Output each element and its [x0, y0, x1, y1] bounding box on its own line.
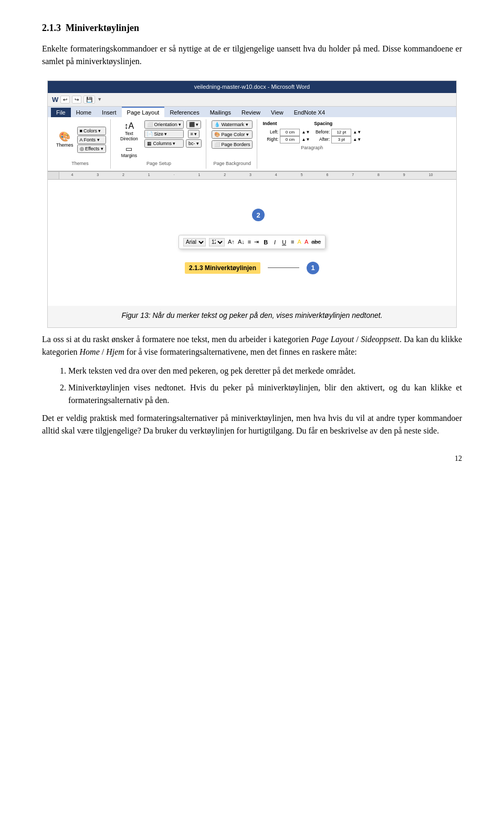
top-bar-icons: W ↩ ↪ 💾 ▼: [48, 93, 456, 107]
page-color-button[interactable]: 🎨 Page Color ▾: [212, 130, 253, 139]
ribbon-body: 🎨 Themes ■ Colors ▾ A Fonts ▾ ◎ Effects …: [48, 117, 456, 171]
page-bg-buttons: 💧 Watermark ▾ 🎨 Page Color ▾ ⬜ Page Bord…: [212, 120, 253, 159]
page-borders-button[interactable]: ⬜ Page Borders: [212, 140, 253, 149]
orient-size-cols: ⬜ Orientation ▾ 📄 Size ▾ ▦ Columns ▾: [144, 120, 184, 148]
paragraph-3: Det er veldig praktisk med formateringsa…: [42, 412, 462, 437]
fonts-button[interactable]: A Fonts ▾: [77, 136, 106, 144]
page-setup-group-label: Page Setup: [146, 160, 171, 168]
themes-icon: 🎨: [59, 132, 70, 142]
section-label-area: 2.1.3 Miniverktøylinjen 1: [185, 262, 319, 274]
paragraph-group-label: Paragraph: [301, 145, 323, 152]
p2-italic2: Sideoppsett: [361, 335, 400, 344]
tab-file[interactable]: File: [51, 108, 71, 117]
colors-button[interactable]: ■ Colors ▾: [77, 127, 106, 135]
p2-suffix2: for å vise formateringsalternativene, me…: [124, 347, 357, 356]
spacing-after-row: After: ▲▼: [314, 136, 361, 143]
align-icon: ≡: [248, 238, 251, 246]
text-direction-button[interactable]: ↕A TextDirection: [116, 120, 142, 142]
themes-label: Themes: [56, 142, 74, 148]
indent-label: Indent: [262, 120, 310, 128]
section-heading: 2.1.3 Miniverktøylinjen: [42, 21, 462, 35]
undo-button[interactable]: ↩: [60, 96, 70, 104]
grow-icon: A↑: [228, 238, 235, 246]
callout-2: 2: [252, 209, 265, 221]
left-margin-indicator: [48, 172, 59, 179]
margins-icon: ▭: [125, 145, 132, 153]
p2-italic3: Home: [80, 347, 100, 356]
hyphenation-button[interactable]: bc- ▾: [186, 139, 202, 148]
figure-caption: Figur 13: Når du merker tekst og peker p…: [48, 306, 456, 327]
columns-button[interactable]: ▦ Columns ▾: [144, 139, 184, 148]
save-button[interactable]: 💾: [83, 96, 95, 104]
shrink-icon: A↓: [238, 238, 245, 246]
highlight-icon: A: [298, 238, 301, 246]
themes-group-label: Themes: [71, 160, 89, 168]
spacing-after-label: After:: [314, 136, 330, 143]
customize-label: ▼: [97, 96, 102, 104]
line-numbers-button[interactable]: ≡ ▾: [188, 130, 200, 138]
indent-section: Indent Left: ▲▼ Right: ▲▼: [262, 120, 310, 143]
ruler-numbers: 4321· 12345 678910: [48, 172, 456, 178]
spacing-after-input[interactable]: [331, 136, 351, 143]
watermark-button[interactable]: 💧 Watermark ▾: [212, 120, 253, 129]
underline-button[interactable]: U: [280, 239, 288, 246]
font-size-selector[interactable]: 12: [209, 238, 225, 246]
mini-toolbar-wrapper: Arial 12 A↑ A↓ ≡ ⇥ B I U ≡ A A abc: [178, 235, 326, 249]
tab-home[interactable]: Home: [71, 108, 97, 117]
spacing-after-spinner[interactable]: ▲▼: [353, 137, 361, 143]
figure-container: veiledning-master-w10.docx - Microsoft W…: [47, 80, 457, 328]
indent-left-input[interactable]: [280, 129, 300, 136]
indent-right-input[interactable]: [280, 136, 300, 143]
themes-button[interactable]: 🎨 Themes: [54, 131, 76, 149]
tab-references[interactable]: References: [164, 108, 204, 117]
tab-mailings[interactable]: Mailings: [205, 108, 236, 117]
spacing-before-spinner[interactable]: ▲▼: [353, 129, 361, 136]
p2-sep2: /: [100, 347, 106, 356]
indent-right-row: Right: ▲▼: [262, 136, 310, 143]
italic-button[interactable]: I: [272, 239, 277, 246]
tab-page-layout[interactable]: Page Layout: [122, 107, 165, 117]
text-direction-icon: ↕A: [124, 121, 134, 131]
indent-left-label: Left:: [262, 129, 278, 136]
page-background-group-label: Page Background: [213, 160, 251, 168]
spacing-before-row: Before: ▲▼: [314, 129, 361, 136]
breaks-button[interactable]: ⬛ ▾: [186, 120, 202, 129]
page-number: 12: [42, 453, 462, 464]
spacing-before-label: Before:: [314, 129, 330, 136]
tab-view[interactable]: View: [266, 108, 289, 117]
spacing-label: Spacing: [314, 120, 361, 128]
indent-left-spinner[interactable]: ▲▼: [301, 129, 310, 136]
effects-button[interactable]: ◎ Effects ▾: [77, 145, 106, 153]
tab-endnote[interactable]: EndNote X4: [289, 108, 330, 117]
center-icon: ≡: [291, 238, 294, 246]
tab-insert[interactable]: Insert: [97, 108, 122, 117]
mini-toolbar: Arial 12 A↑ A↓ ≡ ⇥ B I U ≡ A A abc: [178, 235, 326, 249]
tab-review[interactable]: Review: [236, 108, 266, 117]
margins-button[interactable]: ▭ Margins: [116, 143, 142, 159]
size-button[interactable]: 📄 Size ▾: [144, 130, 184, 138]
section-label: 2.1.3 Miniverktøylinjen: [185, 262, 260, 274]
page-background-group: 💧 Watermark ▾ 🎨 Page Color ▾ ⬜ Page Bord…: [209, 119, 258, 169]
ribbon-tabs: File Home Insert Page Layout References …: [48, 107, 456, 117]
text-dir-margins: ↕A TextDirection ▭ Margins: [116, 120, 142, 159]
spacing-before-input[interactable]: [331, 129, 351, 136]
indent-right-spinner[interactable]: ▲▼: [301, 137, 310, 143]
indent-left-row: Left: ▲▼: [262, 129, 310, 136]
breaks-etc: ⬛ ▾ ≡ ▾ bc- ▾: [186, 120, 202, 148]
redo-button[interactable]: ↪: [72, 96, 81, 104]
bold-button[interactable]: B: [262, 239, 269, 246]
font-selector[interactable]: Arial: [183, 238, 206, 246]
callout-connector-line: [268, 267, 299, 268]
ruler: 4321· 12345 678910: [48, 171, 456, 180]
margins-label: Margins: [121, 153, 137, 158]
orientation-button[interactable]: ⬜ Orientation ▾: [144, 120, 184, 129]
spacing-section: Spacing Before: ▲▼ After: ▲▼: [314, 120, 361, 143]
themes-group: 🎨 Themes ■ Colors ▾ A Fonts ▾ ◎ Effects …: [52, 119, 111, 169]
section-number: 2.1.3: [42, 23, 61, 33]
font-color-icon: A: [304, 238, 308, 246]
section-title: Miniverktøylinjen: [66, 23, 139, 33]
p2-sep: /: [354, 335, 361, 344]
p2-italic4: Hjem: [106, 347, 124, 356]
numbered-list: Merk teksten ved dra over den med pekere…: [58, 365, 462, 407]
paragraph-group: Indent Left: ▲▼ Right: ▲▼ Spacing: [260, 119, 365, 169]
